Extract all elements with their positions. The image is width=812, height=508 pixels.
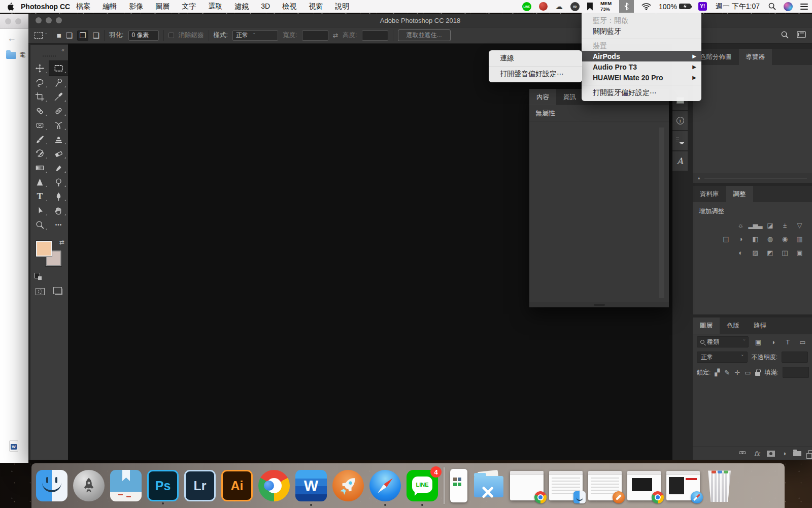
dock-lightroom[interactable]: Lr (184, 470, 216, 501)
exposure-icon[interactable]: ± (779, 220, 790, 230)
hue-saturation-icon[interactable]: ▤ (720, 234, 731, 244)
dock-trash[interactable] (705, 469, 734, 502)
levels-icon[interactable]: ▂▅▃ (750, 220, 761, 230)
lock-artboard-icon[interactable]: ▭ (745, 369, 751, 376)
dock-rocket-app[interactable] (332, 470, 364, 501)
memory-status[interactable]: MEM73% (600, 1, 612, 12)
minimize-window-button[interactable] (46, 17, 52, 23)
brush-tool[interactable] (30, 132, 49, 146)
new-selection-button[interactable]: ■ (57, 31, 61, 40)
sharpen-tool[interactable] (30, 175, 49, 189)
device-airpods-item[interactable]: AirPods ▶ (582, 51, 701, 61)
tab-layers[interactable]: 圖層 (693, 318, 720, 334)
subtract-selection-button[interactable]: ❐ (77, 30, 88, 41)
posterize-icon[interactable]: ▨ (750, 247, 761, 258)
screen-mode-button[interactable] (49, 284, 68, 299)
blend-mode-select[interactable]: 正常 ˇ (697, 352, 748, 363)
opacity-input[interactable] (782, 352, 808, 363)
apple-menu-icon[interactable] (7, 3, 14, 11)
layer-filter-select[interactable]: 種類 ˇ (697, 336, 749, 347)
device-audio-pro-item[interactable]: Audio Pro T3 ▶ (582, 61, 701, 72)
tab-info[interactable]: 資訊 (556, 89, 583, 105)
eyedropper-tool[interactable] (49, 89, 68, 104)
crop-tool[interactable] (30, 89, 49, 104)
device-huawei-item[interactable]: HUAWEI Mate 20 Pro ▶ (582, 72, 701, 83)
workspace-switcher-icon[interactable] (797, 31, 806, 40)
photo-filter-icon[interactable]: ◍ (764, 234, 775, 244)
dock-finder[interactable] (36, 470, 67, 501)
dock-dictionary[interactable] (110, 470, 142, 501)
select-and-mask-button[interactable]: 選取並遮住... (398, 29, 451, 41)
width-input[interactable] (302, 30, 328, 41)
intersect-selection-button[interactable]: ❑ (93, 31, 99, 40)
feather-input[interactable]: 0 像素 (128, 30, 159, 41)
dock-minimized-document-window[interactable] (588, 471, 622, 500)
connect-item[interactable]: 連線 (489, 53, 582, 64)
menu-3d[interactable]: 3D (261, 2, 270, 11)
default-colors-icon[interactable] (35, 273, 40, 278)
fill-input[interactable] (783, 367, 809, 378)
menu-layer[interactable]: 圖層 (155, 2, 170, 11)
traffic-light[interactable] (5, 18, 11, 24)
healing-brush-tool[interactable] (49, 104, 68, 118)
open-bluetooth-preferences-item[interactable]: 打開藍牙偏好設定⋯ (582, 87, 701, 99)
filter-pixel-layers-icon[interactable]: ▣ (753, 338, 763, 346)
back-arrow-icon[interactable]: ← (7, 33, 28, 44)
bookmark-status-icon[interactable] (587, 3, 593, 11)
content-aware-move-tool[interactable] (49, 118, 68, 132)
menu-window[interactable]: 視窗 (309, 2, 323, 11)
dock-line[interactable]: LINE 4 (407, 470, 438, 501)
dock-minimized-phone-window[interactable] (450, 469, 467, 502)
notification-center-icon[interactable] (800, 0, 808, 13)
add-selection-button[interactable]: ❏ (66, 31, 73, 40)
turn-bluetooth-off-item[interactable]: 關閉藍牙 (582, 26, 701, 37)
tool-preset-picker[interactable]: ˇ (35, 32, 47, 39)
path-selection-tool[interactable] (30, 203, 49, 217)
collapse-tools-icon[interactable]: « (30, 45, 68, 53)
patch-tool[interactable] (30, 118, 49, 132)
link-layers-icon[interactable] (738, 449, 747, 458)
scrollbar[interactable] (659, 128, 664, 298)
navigator-zoom-slider[interactable]: ▴ (693, 173, 812, 183)
selective-color-icon[interactable]: ▣ (794, 247, 805, 258)
menu-help[interactable]: 說明 (335, 2, 349, 11)
filter-adjustment-layers-icon[interactable]: ◑ (768, 338, 779, 346)
dock-chrome[interactable] (258, 470, 290, 501)
dodge-tool[interactable] (49, 175, 68, 189)
zoom-window-button[interactable] (56, 17, 62, 23)
layers-list[interactable] (693, 380, 812, 447)
menu-edit[interactable]: 編輯 (103, 2, 117, 11)
spotlight-search-icon[interactable] (768, 0, 776, 13)
new-adjustment-layer-icon[interactable]: ◑ (782, 450, 786, 457)
lasso-tool[interactable] (30, 75, 49, 89)
battery-indicator[interactable]: 100% (659, 3, 691, 11)
style-select[interactable]: 正常 ˇ (232, 30, 278, 41)
cloud-status-icon[interactable]: ☁ (555, 0, 563, 13)
layer-style-icon[interactable]: fx (754, 450, 760, 457)
add-layer-mask-icon[interactable] (767, 451, 775, 457)
quick-selection-tool[interactable] (49, 75, 68, 89)
dock-illustrator[interactable]: Ai (221, 470, 253, 501)
menu-filter[interactable]: 濾鏡 (234, 2, 249, 11)
dock-launchpad[interactable] (73, 470, 105, 501)
word-doc-icon[interactable]: W (9, 440, 18, 452)
dock-utilities-folder[interactable] (473, 470, 504, 501)
panel-resize-handle[interactable] (529, 302, 669, 307)
background-browser-window[interactable]: ← 電 W (0, 14, 28, 463)
menu-select[interactable]: 選取 (208, 2, 222, 11)
dock-word[interactable]: W (295, 470, 327, 501)
tab-libraries[interactable]: 資料庫 (693, 186, 726, 202)
invert-icon[interactable]: ◐ (735, 247, 746, 258)
lock-pixels-icon[interactable]: ✎ (724, 369, 730, 376)
active-app-name[interactable]: Photoshop CC (21, 3, 70, 11)
dock-minimized-safari-youtube-window[interactable] (666, 471, 700, 500)
pen-tool[interactable] (49, 189, 68, 203)
character-panel-icon[interactable]: A (672, 151, 688, 171)
tab-adjustments[interactable]: 調整 (726, 186, 753, 202)
eraser-tool[interactable] (49, 146, 68, 161)
wifi-icon[interactable] (641, 0, 651, 13)
tab-channels[interactable]: 色版 (720, 318, 747, 334)
gradient-tool[interactable] (30, 161, 49, 175)
search-icon[interactable] (781, 31, 789, 40)
brightness-contrast-icon[interactable]: ☼ (735, 220, 746, 230)
